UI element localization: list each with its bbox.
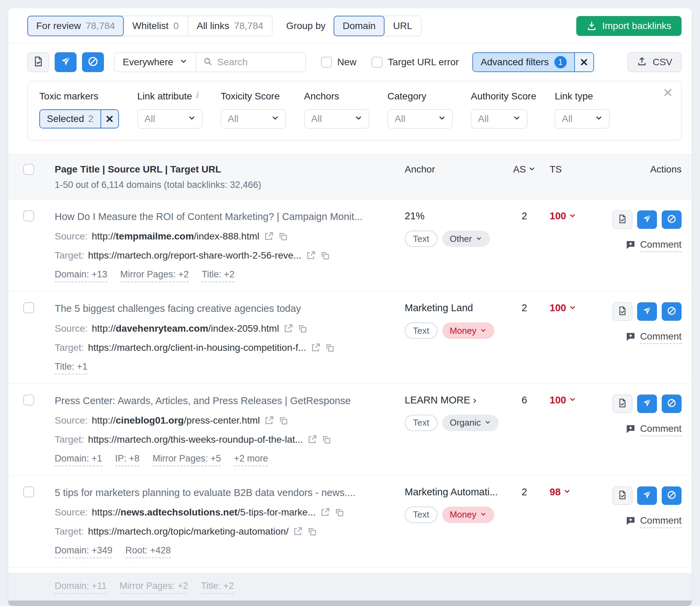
whitelist-button[interactable] (637, 302, 657, 321)
import-backlinks-button[interactable]: Import backlinks (576, 16, 682, 36)
page-title-link[interactable]: The 5 biggest challenges facing creative… (55, 302, 405, 315)
toxic-marker-tag[interactable]: Domain: +11 (55, 581, 107, 594)
toxic-marker-tag[interactable]: Domain: +349 (55, 545, 112, 558)
export-csv-button[interactable]: CSV (628, 52, 682, 72)
external-link-icon[interactable] (293, 526, 303, 537)
comment-link[interactable]: Comment (592, 331, 682, 344)
toxic-marker-tag[interactable]: Root: +428 (125, 545, 171, 558)
group-by-url-button[interactable]: URL (384, 16, 421, 36)
select-all-checkbox[interactable] (23, 164, 34, 175)
toxic-marker-tag[interactable]: Domain: +13 (55, 269, 107, 282)
target-url: https://martech.org/report-share-worth-2… (88, 250, 301, 261)
authority-score-select[interactable]: All (471, 109, 527, 128)
move-to-review-button[interactable] (612, 486, 632, 505)
page-title-link[interactable]: Press Center: Awards, Articles, and Pres… (55, 395, 405, 407)
link-type-select[interactable]: All (555, 109, 609, 128)
disavow-button[interactable] (662, 395, 682, 413)
toxic-marker-tag[interactable]: Mirror Pages: +2 (120, 269, 189, 282)
row-checkbox[interactable] (23, 395, 34, 405)
toxic-markers-clear-button[interactable]: ✕ (100, 110, 118, 128)
disavow-button[interactable] (662, 210, 682, 229)
copy-icon[interactable] (278, 415, 288, 426)
toxicity-score-select[interactable]: All (221, 109, 286, 128)
copy-icon[interactable] (297, 323, 308, 334)
external-link-icon[interactable] (320, 507, 330, 518)
external-link-icon[interactable] (283, 323, 293, 334)
comment-link[interactable]: Comment (592, 239, 682, 252)
move-to-review-button[interactable] (612, 395, 632, 413)
page-title-link[interactable]: 5 tips for marketers planning to evaluat… (55, 486, 405, 499)
comment-link[interactable]: Comment (592, 515, 682, 528)
disavow-button[interactable] (662, 302, 682, 321)
external-link-icon[interactable] (264, 231, 274, 242)
anchor-text: Marketing Automati... (405, 486, 508, 498)
row-checkbox[interactable] (23, 210, 34, 221)
toxicity-score-dropdown[interactable]: 98 (550, 486, 571, 498)
toxicity-score-dropdown[interactable]: 100 (550, 210, 576, 222)
column-as-sort-header[interactable]: AS (508, 164, 541, 175)
tab-whitelist[interactable]: Whitelist 0 (123, 16, 188, 36)
copy-icon[interactable] (320, 250, 330, 261)
toxic-marker-tag[interactable]: Title: +1 (55, 361, 88, 374)
row-checkbox[interactable] (23, 302, 34, 313)
group-by-domain-button[interactable]: Domain (334, 16, 384, 36)
toxic-marker-tag[interactable]: Title: +2 (202, 269, 234, 282)
toxicity-score-dropdown[interactable]: 100 (550, 395, 576, 406)
disavow-button[interactable] (82, 52, 104, 72)
external-link-icon[interactable] (264, 415, 274, 426)
row-checkbox[interactable] (23, 486, 34, 497)
link-attribute-select[interactable]: All (137, 109, 202, 128)
table-row: Press Center: Awards, Articles, and Pres… (8, 384, 692, 476)
search-scope-select[interactable]: Everywhere (115, 53, 196, 72)
disavow-button[interactable] (662, 486, 682, 505)
copy-icon[interactable] (307, 526, 317, 537)
move-to-review-button[interactable] (612, 302, 632, 321)
anchors-select[interactable]: All (304, 109, 369, 128)
copy-icon[interactable] (334, 507, 345, 518)
external-link-icon[interactable] (307, 435, 317, 445)
comment-link[interactable]: Comment (592, 423, 682, 436)
source-url: http://davehenryteam.com/index-2059.html (92, 323, 279, 334)
send-icon (642, 490, 652, 501)
page-title-link[interactable]: How Do I Measure the ROI of Content Mark… (55, 210, 405, 223)
viewport-bottom-edge (8, 601, 692, 606)
tab-for-review[interactable]: For review 78,784 (27, 16, 124, 36)
copy-icon[interactable] (321, 435, 332, 445)
whitelist-button[interactable] (55, 52, 77, 72)
move-to-review-button[interactable] (612, 210, 632, 229)
target-url: https://martech.org/topic/marketing-auto… (88, 526, 289, 537)
toxic-markers-chip[interactable]: Selected 2 ✕ (39, 109, 119, 128)
search-input[interactable] (217, 57, 296, 68)
anchor-text: Marketing Land (405, 302, 508, 314)
anchor-category-pill[interactable]: Other (442, 231, 490, 247)
whitelist-button[interactable] (637, 486, 657, 505)
target-url-error-checkbox[interactable] (372, 57, 382, 68)
copy-icon[interactable] (325, 343, 335, 353)
advanced-filters-button[interactable]: Advanced filters 1 ✕ (472, 52, 594, 72)
external-link-icon[interactable] (306, 250, 316, 261)
toxic-marker-tag[interactable]: Mirror Pages: +5 (152, 453, 221, 466)
external-link-icon[interactable] (310, 343, 321, 353)
toxic-marker-tag[interactable]: Domain: +1 (55, 453, 102, 466)
info-icon[interactable]: i (196, 91, 198, 99)
move-to-review-button[interactable] (27, 52, 49, 72)
anchor-category-pill[interactable]: Money (442, 507, 494, 523)
whitelist-button[interactable] (637, 395, 657, 413)
anchor-category-pill[interactable]: Money (442, 322, 494, 339)
toxic-marker-tag[interactable]: IP: +8 (115, 453, 139, 466)
tab-all-links[interactable]: All links 78,784 (188, 16, 272, 36)
toxic-marker-more-tag[interactable]: +2 more (234, 453, 268, 466)
category-select[interactable]: All (388, 109, 453, 128)
send-icon (642, 306, 652, 317)
copy-icon[interactable] (278, 231, 288, 242)
anchor-category-pill[interactable]: Organic (442, 415, 499, 431)
toxic-marker-tag[interactable]: Mirror Pages: +2 (120, 581, 188, 594)
whitelist-button[interactable] (637, 210, 657, 229)
toxic-marker-tag[interactable]: Title: +2 (201, 581, 234, 594)
panel-close-icon[interactable]: ✕ (663, 87, 673, 99)
toxicity-score-value: All (228, 113, 239, 124)
chevron-down-icon (513, 113, 521, 124)
advanced-filters-clear-button[interactable]: ✕ (574, 53, 593, 71)
toxicity-score-dropdown[interactable]: 100 (550, 302, 576, 314)
new-checkbox[interactable] (321, 57, 332, 68)
